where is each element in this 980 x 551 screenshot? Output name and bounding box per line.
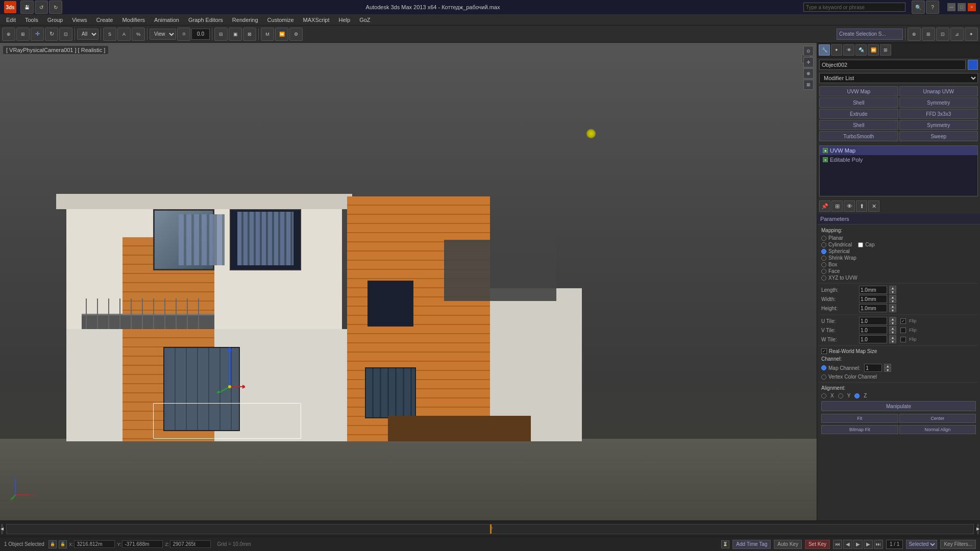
u-flip-checkbox[interactable] bbox=[900, 318, 906, 324]
panel-tab-display[interactable]: 👁 bbox=[843, 44, 854, 56]
map-channel-down[interactable]: ▼ bbox=[884, 368, 891, 372]
center-btn[interactable]: Center bbox=[899, 414, 976, 423]
wtile-down[interactable]: ▼ bbox=[889, 339, 896, 343]
frame-display[interactable]: 1 / 1 bbox=[886, 540, 903, 549]
menu-animation[interactable]: Animation bbox=[150, 16, 183, 24]
timeline-track[interactable]: 0 bbox=[6, 524, 974, 534]
height-input[interactable] bbox=[859, 304, 887, 312]
coord-sys-btn[interactable]: ⊙ bbox=[177, 28, 190, 41]
viewport-nav-field-of-view[interactable]: ⊞ bbox=[803, 80, 814, 90]
toolbar-extra-1[interactable]: ⊕ bbox=[908, 28, 921, 41]
coord-y-val[interactable]: -371.688m bbox=[122, 540, 163, 548]
modifier-btn-ffd[interactable]: FFD 3x3x3 bbox=[899, 109, 978, 119]
timeline-next-btn[interactable]: ▶ bbox=[977, 524, 979, 534]
select-region-btn[interactable]: ⊞ bbox=[16, 28, 30, 41]
transform-type-btn[interactable]: ⊠ bbox=[243, 28, 256, 41]
rotate-tool-btn[interactable]: ↻ bbox=[45, 28, 58, 41]
stack-pin-btn[interactable]: 📌 bbox=[819, 201, 830, 212]
radio-shrinkwrap[interactable]: Shrink Wrap bbox=[821, 255, 976, 261]
stack-item-editablepoly[interactable]: ■ Editable Poly bbox=[820, 155, 977, 164]
radio-face[interactable]: Face bbox=[821, 268, 976, 274]
radio-vertex-color[interactable]: Vertex Color Channel bbox=[819, 373, 978, 381]
menu-group[interactable]: Group bbox=[43, 16, 67, 24]
toolbar-extra-5[interactable]: ✦ bbox=[965, 28, 978, 41]
add-time-tag-btn[interactable]: Add Time Tag bbox=[732, 540, 771, 549]
panel-tab-create[interactable]: ✦ bbox=[831, 44, 842, 56]
modifier-btn-symmetry-1[interactable]: Symmetry bbox=[899, 97, 978, 108]
viewport-nav-zoom[interactable]: ⊕ bbox=[803, 68, 814, 79]
height-down[interactable]: ▼ bbox=[889, 308, 896, 312]
key-filters-btn[interactable]: Key Filters... bbox=[940, 540, 976, 549]
key-mode-select[interactable]: Selected bbox=[906, 540, 937, 549]
stack-active-in-viewport-btn[interactable]: 👁 bbox=[844, 201, 855, 212]
menu-help[interactable]: Help bbox=[335, 16, 355, 24]
modifier-btn-symmetry-2[interactable]: Symmetry bbox=[899, 120, 978, 130]
prev-key-btn[interactable]: ⏮ bbox=[833, 540, 842, 549]
vtile-up[interactable]: ▲ bbox=[889, 326, 896, 330]
maximize-button[interactable]: □ bbox=[958, 3, 966, 11]
height-up[interactable]: ▲ bbox=[889, 304, 896, 308]
search-bar[interactable]: Type a keyword or phrase bbox=[803, 3, 905, 12]
modifier-list-select[interactable]: Modifier List bbox=[819, 73, 978, 83]
align-y-label[interactable]: Y bbox=[847, 393, 851, 398]
length-down[interactable]: ▼ bbox=[889, 290, 896, 294]
menu-goz[interactable]: GoZ bbox=[355, 16, 374, 24]
angle-snap-btn[interactable]: A bbox=[117, 28, 131, 41]
radio-xyz-uvw[interactable]: XYZ to UVW bbox=[821, 275, 976, 281]
v-flip-checkbox[interactable] bbox=[900, 328, 906, 333]
scale-tool-btn[interactable]: ⊡ bbox=[59, 28, 72, 41]
utile-input[interactable] bbox=[859, 317, 887, 325]
panel-tab-hierarchy[interactable]: ⊞ bbox=[880, 44, 891, 56]
menu-modifiers[interactable]: Modifiers bbox=[118, 16, 149, 24]
stack-move-up-btn[interactable]: ⬆ bbox=[856, 201, 867, 212]
menu-views[interactable]: Views bbox=[68, 16, 91, 24]
minimize-button[interactable]: — bbox=[947, 3, 955, 11]
menu-edit[interactable]: Edit bbox=[2, 16, 20, 24]
coord-x-val[interactable]: 3216.812m bbox=[74, 540, 115, 548]
stack-item-uvwmap[interactable]: ■ UVW Map bbox=[820, 146, 977, 155]
material-editor-btn[interactable]: M bbox=[261, 28, 274, 41]
stack-show-all-btn[interactable]: ⊞ bbox=[831, 201, 843, 212]
radio-map-channel[interactable]: Map Channel: ▲ ▼ bbox=[819, 363, 978, 373]
modifier-btn-unwrap[interactable]: Unwrap UVW bbox=[899, 86, 978, 96]
modifier-btn-turbosmooth[interactable]: TurboSmooth bbox=[819, 131, 898, 141]
coord-lock-btn[interactable]: 🔓 bbox=[59, 540, 67, 548]
select-mode-btn[interactable]: ⊕ bbox=[2, 28, 15, 41]
modifier-btn-shell-1[interactable]: Shell bbox=[819, 97, 898, 108]
coord-z-val[interactable]: 2907.265t bbox=[170, 540, 211, 548]
menu-maxscript[interactable]: MAXScript bbox=[299, 16, 334, 24]
bitmap-fit-btn[interactable]: Bitmap Fit bbox=[821, 425, 898, 434]
menu-tools[interactable]: Tools bbox=[21, 16, 42, 24]
cap-checkbox[interactable] bbox=[858, 242, 863, 247]
redo-btn[interactable]: ↻ bbox=[49, 1, 62, 14]
modifier-btn-uvwmap[interactable]: UVW Map bbox=[819, 86, 898, 96]
params-header[interactable]: Parameters bbox=[817, 214, 980, 224]
utile-up[interactable]: ▲ bbox=[889, 317, 896, 321]
panel-tab-utility[interactable]: 🔩 bbox=[855, 44, 867, 56]
auto-key-btn[interactable]: Auto Key bbox=[774, 540, 802, 549]
set-key-btn[interactable]: Set Key bbox=[805, 540, 830, 549]
radio-cylindrical[interactable]: Cylindrical Cap bbox=[821, 242, 976, 247]
panel-tab-modify[interactable]: 🔧 bbox=[819, 44, 830, 56]
move-tool-btn[interactable]: ✛ bbox=[31, 28, 44, 41]
undo-btn[interactable]: ↺ bbox=[35, 1, 48, 14]
vtile-down[interactable]: ▼ bbox=[889, 330, 896, 334]
panel-tab-motion[interactable]: ⏩ bbox=[868, 44, 879, 56]
viewport-nav-pan[interactable]: ✛ bbox=[803, 57, 814, 67]
close-button[interactable]: ✕ bbox=[968, 3, 976, 11]
radio-box[interactable]: Box bbox=[821, 262, 976, 267]
width-down[interactable]: ▼ bbox=[889, 299, 896, 303]
window-crossing-btn[interactable]: ▣ bbox=[229, 28, 242, 41]
vtile-input[interactable] bbox=[859, 326, 887, 334]
percent-snap-btn[interactable]: % bbox=[132, 28, 145, 41]
radio-planar[interactable]: Planar bbox=[821, 235, 976, 241]
modifier-btn-sweep[interactable]: Sweep bbox=[899, 131, 978, 141]
help-btn[interactable]: ? bbox=[926, 1, 939, 14]
normal-align-btn[interactable]: Normal Align bbox=[899, 425, 976, 434]
align-x-label[interactable]: X bbox=[830, 393, 834, 398]
next-key-btn[interactable]: ⏭ bbox=[874, 540, 883, 549]
select-by-name-btn[interactable]: ⊟ bbox=[214, 28, 228, 41]
play-btn[interactable]: ▶ bbox=[853, 540, 863, 549]
length-input[interactable] bbox=[859, 286, 887, 294]
create-selection-display[interactable]: Create Selection S... bbox=[837, 29, 903, 40]
